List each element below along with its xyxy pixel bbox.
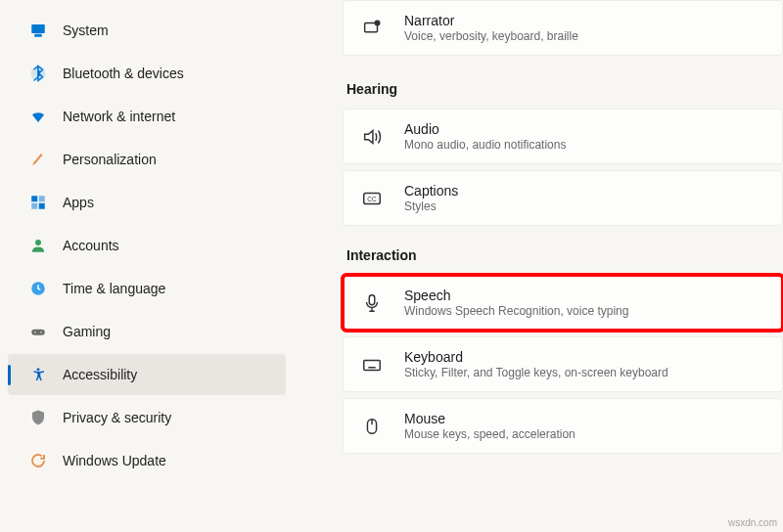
accessibility-icon <box>27 364 49 385</box>
setting-speech[interactable]: Speech Windows Speech Recognition, voice… <box>343 275 783 331</box>
setting-title: Narrator <box>404 13 766 28</box>
sidebar-item-label: System <box>63 22 109 38</box>
setting-title: Audio <box>404 121 766 137</box>
setting-desc: Styles <box>404 200 766 213</box>
svg-rect-5 <box>31 203 37 209</box>
setting-title: Speech <box>404 288 766 303</box>
card-body: Captions Styles <box>404 183 766 213</box>
sidebar-item-label: Apps <box>63 195 94 210</box>
svg-rect-18 <box>364 360 381 370</box>
setting-desc: Windows Speech Recognition, voice typing <box>404 304 766 318</box>
svg-rect-3 <box>31 196 37 201</box>
gamepad-icon <box>27 321 49 342</box>
card-body: Mouse Mouse keys, speed, acceleration <box>404 411 766 441</box>
setting-captions[interactable]: CC Captions Styles <box>343 170 783 226</box>
shield-icon <box>27 407 49 428</box>
svg-rect-4 <box>39 196 45 201</box>
globe-clock-icon <box>27 278 49 299</box>
card-body: Narrator Voice, verbosity, keyboard, bra… <box>404 13 766 43</box>
setting-audio[interactable]: Audio Mono audio, audio notifications <box>343 109 783 164</box>
setting-desc: Sticky, Filter, and Toggle keys, on-scre… <box>404 366 766 379</box>
paintbrush-icon <box>27 149 49 170</box>
sidebar: System Bluetooth & devices Network & int… <box>0 0 294 532</box>
person-icon <box>27 235 49 256</box>
svg-point-7 <box>35 240 41 245</box>
section-header-interaction: Interaction <box>346 247 783 263</box>
card-body: Speech Windows Speech Recognition, voice… <box>404 288 766 318</box>
sidebar-item-label: Time & language <box>63 281 165 296</box>
sidebar-item-accounts[interactable]: Accounts <box>8 225 286 266</box>
sidebar-item-system[interactable]: System <box>8 10 286 51</box>
sidebar-item-privacy[interactable]: Privacy & security <box>8 397 286 438</box>
apps-icon <box>27 192 49 213</box>
svg-point-14 <box>375 21 380 25</box>
svg-rect-17 <box>369 294 375 304</box>
sidebar-item-accessibility[interactable]: Accessibility <box>8 354 286 395</box>
setting-title: Keyboard <box>404 349 766 365</box>
setting-desc: Voice, verbosity, keyboard, braille <box>404 29 766 43</box>
sidebar-item-label: Accounts <box>63 238 119 253</box>
narrator-icon <box>359 16 385 41</box>
svg-rect-6 <box>39 203 45 209</box>
setting-title: Captions <box>404 183 766 199</box>
sidebar-item-label: Privacy & security <box>63 410 171 425</box>
sidebar-item-apps[interactable]: Apps <box>8 182 286 223</box>
section-header-hearing: Hearing <box>346 81 783 97</box>
wifi-icon <box>27 106 49 127</box>
watermark: wsxdn.com <box>728 517 777 528</box>
sidebar-item-time[interactable]: Time & language <box>8 268 286 309</box>
speaker-icon <box>359 124 385 150</box>
sidebar-item-label: Gaming <box>63 324 111 339</box>
setting-keyboard[interactable]: Keyboard Sticky, Filter, and Toggle keys… <box>343 336 783 392</box>
setting-mouse[interactable]: Mouse Mouse keys, speed, acceleration <box>343 398 783 454</box>
setting-desc: Mono audio, audio notifications <box>404 138 766 152</box>
card-body: Audio Mono audio, audio notifications <box>404 121 766 152</box>
mouse-icon <box>359 414 385 439</box>
svg-rect-9 <box>31 330 45 335</box>
microphone-icon <box>359 290 385 316</box>
keyboard-icon <box>359 352 385 377</box>
setting-narrator[interactable]: Narrator Voice, verbosity, keyboard, bra… <box>343 0 783 56</box>
card-body: Keyboard Sticky, Filter, and Toggle keys… <box>404 349 766 379</box>
setting-desc: Mouse keys, speed, acceleration <box>404 427 766 441</box>
svg-rect-0 <box>31 24 45 33</box>
svg-point-11 <box>40 332 42 333</box>
monitor-icon <box>27 20 49 41</box>
bluetooth-icon <box>27 63 49 84</box>
sidebar-item-bluetooth[interactable]: Bluetooth & devices <box>8 53 286 94</box>
sidebar-item-update[interactable]: Windows Update <box>8 440 286 481</box>
sidebar-item-network[interactable]: Network & internet <box>8 96 286 137</box>
sidebar-item-label: Accessibility <box>63 367 137 382</box>
sidebar-item-personalization[interactable]: Personalization <box>8 139 286 180</box>
cc-icon: CC <box>359 186 385 211</box>
sidebar-item-gaming[interactable]: Gaming <box>8 311 286 352</box>
update-icon <box>27 450 49 471</box>
main-content: Narrator Voice, verbosity, keyboard, bra… <box>294 0 783 532</box>
svg-point-10 <box>34 332 36 333</box>
svg-rect-1 <box>35 35 41 37</box>
sidebar-item-label: Network & internet <box>63 109 175 124</box>
sidebar-item-label: Personalization <box>63 152 157 167</box>
setting-title: Mouse <box>404 411 766 426</box>
svg-text:CC: CC <box>367 196 377 202</box>
sidebar-item-label: Windows Update <box>63 453 166 468</box>
svg-point-12 <box>37 368 40 371</box>
sidebar-item-label: Bluetooth & devices <box>63 66 184 81</box>
